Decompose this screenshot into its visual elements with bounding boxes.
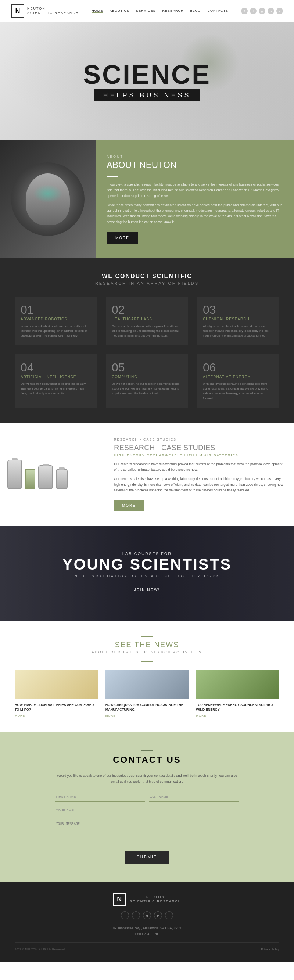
about-section: ABOUT ABOUT NEUTON In our view, a scient… <box>0 140 294 258</box>
fields-section: WE CONDUCT SCIENTIFIC RESEARCH IN AN ARR… <box>0 258 294 423</box>
pinterest-icon[interactable]: p <box>267 8 274 14</box>
footer-address: 87 Tennessee hwy , Alexandria, VA USA, 2… <box>15 925 279 937</box>
field-desc-3: All edges on the chemical have round, ou… <box>203 324 273 338</box>
news-title-solar: TOP RENEWABLE ENERGY SOURCES: SOLAR & WI… <box>196 703 279 712</box>
first-name-input[interactable] <box>55 792 145 802</box>
about-content: ABOUT ABOUT NEUTON In our view, a scient… <box>95 140 294 258</box>
field-num-1: 01 <box>21 304 91 316</box>
research-text-2: Our center's scientists have set up a wo… <box>114 476 283 493</box>
nav-about[interactable]: ABOUT US <box>110 9 129 13</box>
contact-name-row <box>55 792 239 802</box>
nav-blog[interactable]: BLOG <box>190 9 201 13</box>
battery-cylinder-3 <box>56 469 68 489</box>
about-robot-image <box>0 140 95 258</box>
hero-subtitle: HELPS BUSINESS <box>94 89 200 102</box>
field-item-ai: 04 ARTIFICIAL INTELLIGENCE Our AI resear… <box>15 354 97 408</box>
footer-social: f t g p r <box>15 911 279 920</box>
contact-form: SUBMIT <box>55 792 239 864</box>
fields-grid: 01 ADVANCED ROBOTICS In our advanced rob… <box>15 296 279 408</box>
contact-text: Would you like to speak to one of our in… <box>55 773 239 784</box>
news-grid: HOW VIABLE LI-ION BATTERIES ARE COMPARED… <box>15 670 279 717</box>
news-image-solar <box>196 670 279 699</box>
research-text-1: Our center's researchers have successful… <box>114 461 283 473</box>
about-label: ABOUT <box>106 155 283 158</box>
nav-contacts[interactable]: CONTACTS <box>207 9 228 13</box>
field-name-1: ADVANCED ROBOTICS <box>21 317 91 321</box>
nav-links: HOME ABOUT US SERVICES RESEARCH BLOG CON… <box>92 9 228 13</box>
field-item-energy: 06 ALTERNATIVE ENERGY With energy source… <box>197 354 279 408</box>
field-item-robotics: 01 ADVANCED ROBOTICS In our advanced rob… <box>15 296 97 345</box>
field-num-3: 03 <box>203 304 273 316</box>
news-title-quantum: HOW CAN QUANTUM COMPUTING CHANGE THE MAN… <box>105 703 189 712</box>
fields-header: WE CONDUCT SCIENTIFIC RESEARCH IN AN ARR… <box>15 273 279 285</box>
battery-green <box>25 469 35 489</box>
footer-twitter-icon[interactable]: t <box>132 911 140 920</box>
fields-title-line1: WE CONDUCT SCIENTIFIC <box>15 273 279 280</box>
privacy-link[interactable]: Privacy Policy <box>261 948 279 951</box>
footer-logo-text: NEUTON SCIENTIFIC RESEARCH <box>130 895 181 904</box>
news-divider-bottom <box>141 662 153 662</box>
young-subtitle: NEXT GRADUATION DATES ARE SET TO JULY 11… <box>62 574 232 578</box>
young-title: YOUNG SCIENTISTS <box>62 556 232 573</box>
field-name-2: HEALTHCARE LABS <box>112 317 182 321</box>
field-item-computing: 05 COMPUTING Do we not better? As our re… <box>106 354 188 408</box>
join-now-button[interactable]: JOIN NOW! <box>125 584 169 596</box>
field-desc-5: Do we not better? As our research commun… <box>112 382 182 396</box>
news-title: SEE THE NEWS <box>15 641 279 649</box>
logo-text: NEUTON SCIENTIFIC RESEARCH <box>27 6 79 15</box>
message-input[interactable] <box>55 819 239 841</box>
field-num-4: 04 <box>21 361 91 373</box>
email-input[interactable] <box>55 805 239 815</box>
rss-icon[interactable]: r <box>277 8 283 14</box>
field-name-6: ALTERNATIVE ENERGY <box>203 375 273 379</box>
news-image-batteries <box>15 670 98 699</box>
news-item-batteries: HOW VIABLE LI-ION BATTERIES ARE COMPARED… <box>15 670 98 717</box>
submit-button[interactable]: SUBMIT <box>125 851 169 864</box>
research-image <box>0 438 103 511</box>
about-title: ABOUT NEUTON <box>106 160 283 170</box>
news-divider-top <box>141 636 153 637</box>
field-desc-1: In our advanced robotics lab, we are cur… <box>21 324 91 338</box>
nav-research[interactable]: RESEARCH <box>162 9 183 13</box>
field-item-healthcare: 02 HEALTHCARE LABS Our research departme… <box>106 296 188 345</box>
contact-title: CONTACT US <box>55 755 239 765</box>
footer-pinterest-icon[interactable]: p <box>154 911 162 920</box>
contact-section: CONTACT US Would you like to speak to on… <box>0 732 294 882</box>
young-content: Lab Courses for YOUNG SCIENTISTS NEXT GR… <box>62 552 232 596</box>
news-more-quantum[interactable]: MORE <box>105 714 189 717</box>
footer-google-icon[interactable]: g <box>143 911 151 920</box>
research-label: RESEARCH - CASE STUDIES <box>114 438 283 441</box>
about-more-button[interactable]: MORE <box>106 232 138 243</box>
field-name-3: CHEMICAL RESEARCH <box>203 317 273 321</box>
footer-facebook-icon[interactable]: f <box>121 911 129 920</box>
logo[interactable]: N NEUTON SCIENTIFIC RESEARCH <box>11 5 79 18</box>
facebook-icon[interactable]: f <box>241 8 248 14</box>
about-divider <box>106 176 118 177</box>
footer: N NEUTON SCIENTIFIC RESEARCH f t g p r 8… <box>0 882 294 962</box>
field-num-5: 05 <box>112 361 182 373</box>
last-name-input[interactable] <box>149 792 239 802</box>
nav-home[interactable]: HOME <box>92 9 103 13</box>
hero-content: SCIENCE HELPS BUSINESS <box>83 61 211 102</box>
about-text-1: In our view, a scientific research facil… <box>106 182 283 199</box>
news-item-solar: TOP RENEWABLE ENERGY SOURCES: SOLAR & WI… <box>196 670 279 717</box>
twitter-icon[interactable]: t <box>250 8 256 14</box>
nav-services[interactable]: SERVICES <box>136 9 156 13</box>
nav-social: f t g p r <box>241 8 283 14</box>
footer-logo[interactable]: N NEUTON SCIENTIFIC RESEARCH <box>15 893 279 906</box>
news-subtitle: ABOUT OUR LATEST RESEARCH ACTIVITIES <box>15 651 279 654</box>
footer-rss-icon[interactable]: r <box>165 911 173 920</box>
battery-cylinder-2 <box>38 465 53 489</box>
field-desc-2: Our research department in the region of… <box>112 324 182 338</box>
field-item-chemical: 03 CHEMICAL RESEARCH All edges on the ch… <box>197 296 279 345</box>
news-more-solar[interactable]: MORE <box>196 714 279 717</box>
news-more-batteries[interactable]: MORE <box>15 714 98 717</box>
news-image-quantum <box>105 670 189 699</box>
contact-divider-top <box>141 750 153 751</box>
young-label: Lab Courses for <box>62 552 232 556</box>
field-desc-4: Our AI research department is looking in… <box>21 382 91 396</box>
research-more-button[interactable]: MORE <box>114 500 144 511</box>
robot-visual <box>11 162 84 236</box>
google-icon[interactable]: g <box>259 8 265 14</box>
robot-face <box>26 173 70 225</box>
